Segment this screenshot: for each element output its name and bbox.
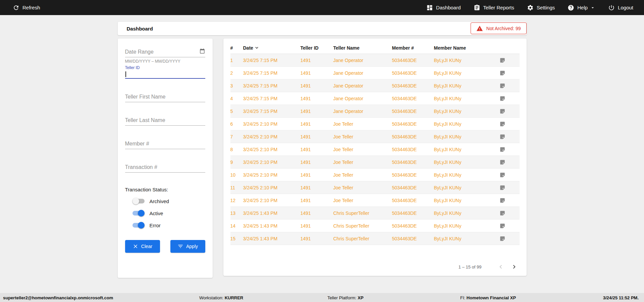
- note-icon[interactable]: [499, 70, 505, 76]
- member-name-cell: ByLyJI KUNy: [434, 147, 499, 152]
- table-row[interactable]: 10 3/24/25 2:10 PM 1491 Joe Teller 50344…: [230, 169, 520, 181]
- note-icon[interactable]: [499, 83, 505, 89]
- table-row[interactable]: 11 3/24/25 2:10 PM 1491 Joe Teller 50344…: [230, 181, 520, 194]
- status-toggle[interactable]: Error: [132, 221, 205, 229]
- table-row[interactable]: 4 3/24/25 7:15 PM 1491 Jane Operator 503…: [230, 92, 520, 105]
- current-datetime: 3/24/25 11:52 PM.: [603, 295, 639, 300]
- table-row[interactable]: 9 3/24/25 2:10 PM 1491 Joe Teller 503446…: [230, 156, 520, 169]
- nav-teller-reports[interactable]: Teller Reports: [474, 4, 515, 11]
- note-icon[interactable]: [499, 134, 505, 140]
- note-icon[interactable]: [499, 96, 505, 102]
- teller-id-cell: 1491: [301, 223, 333, 229]
- nav-dashboard[interactable]: Dashboard: [426, 4, 461, 11]
- toggle-switch[interactable]: [132, 223, 145, 228]
- col-member-num[interactable]: Member #: [392, 45, 434, 51]
- note-icon[interactable]: [499, 185, 505, 191]
- note-icon[interactable]: [499, 108, 505, 114]
- table-row[interactable]: 14 3/24/25 1:43 PM 1491 Chris SuperTelle…: [230, 220, 520, 232]
- member-name-cell: ByLyJI KUNy: [434, 134, 499, 139]
- teller-name-cell: Joe Teller: [333, 198, 392, 203]
- row-number-cell: 11: [230, 185, 243, 190]
- table-row[interactable]: 7 3/24/25 2:10 PM 1491 Joe Teller 503446…: [230, 130, 520, 143]
- note-icon[interactable]: [499, 172, 505, 178]
- teller-platform-info: Teller Platform: XP: [327, 295, 364, 300]
- not-archived-badge[interactable]: Not Archived: 99: [471, 22, 527, 34]
- table-row[interactable]: 8 3/24/25 2:10 PM 1491 Joe Teller 503446…: [230, 143, 520, 156]
- table-row[interactable]: 12 3/24/25 2:10 PM 1491 Joe Teller 50344…: [230, 194, 520, 207]
- note-icon[interactable]: [499, 159, 505, 165]
- member-number-input[interactable]: [125, 139, 205, 149]
- table-row[interactable]: 2 3/24/25 7:15 PM 1491 Jane Operator 503…: [230, 67, 520, 79]
- note-icon[interactable]: [499, 210, 505, 216]
- toggle-group: Archived Active Error: [125, 197, 205, 229]
- note-icon[interactable]: [499, 57, 505, 63]
- table-row[interactable]: 6 3/24/25 2:10 PM 1491 Joe Teller 503446…: [230, 118, 520, 130]
- note-icon[interactable]: [499, 197, 505, 203]
- note-icon[interactable]: [499, 236, 505, 242]
- table-row[interactable]: 15 3/24/25 1:43 PM 1491 Chris SuperTelle…: [230, 232, 520, 245]
- note-icon[interactable]: [499, 223, 505, 229]
- date-cell: 3/24/25 7:15 PM: [243, 70, 301, 76]
- teller-last-name-input[interactable]: [125, 116, 205, 126]
- nav-logout[interactable]: Logout: [608, 4, 633, 11]
- teller-name-cell: Joe Teller: [333, 121, 392, 127]
- col-teller-name[interactable]: Teller Name: [333, 45, 392, 51]
- member-number-cell: 5034463DE: [392, 58, 434, 63]
- table-row[interactable]: 3 3/24/25 7:15 PM 1491 Jane Operator 503…: [230, 79, 520, 92]
- table-header: # Date Teller ID Teller Name Member # Me…: [230, 42, 520, 54]
- page-title: Dashboard: [127, 26, 153, 32]
- teller-first-name-input[interactable]: [125, 92, 205, 102]
- logout-icon: [608, 4, 615, 11]
- member-name-cell: ByLyJI KUNy: [434, 160, 499, 165]
- refresh-icon: [13, 4, 19, 11]
- row-number-cell: 10: [230, 172, 243, 178]
- member-number-cell: 5034463DE: [392, 96, 434, 101]
- table-row[interactable]: 5 3/24/25 7:15 PM 1491 Jane Operator 503…: [230, 105, 520, 118]
- toggle-switch[interactable]: [132, 211, 145, 216]
- nav-help[interactable]: Help: [568, 4, 595, 11]
- calendar-icon[interactable]: [199, 48, 205, 54]
- col-num[interactable]: #: [230, 45, 243, 51]
- teller-id-cell: 1491: [301, 58, 333, 63]
- warning-icon: [476, 25, 483, 32]
- status-toggle[interactable]: Archived: [132, 197, 205, 205]
- row-number-cell: 13: [230, 210, 243, 216]
- help-icon: [568, 4, 574, 11]
- table-row[interactable]: 1 3/24/25 7:15 PM 1491 Jane Operator 503…: [230, 54, 520, 67]
- note-icon[interactable]: [499, 146, 505, 153]
- date-range-input[interactable]: [125, 47, 205, 57]
- member-name-cell: ByLyJI KUNy: [434, 172, 499, 178]
- logged-in-user: superteller2@hometownfinancialxp.onmicro…: [3, 295, 113, 300]
- teller-id-input[interactable]: [125, 70, 205, 79]
- teller-name-cell: Joe Teller: [333, 147, 392, 152]
- row-number-cell: 7: [230, 134, 243, 139]
- nav-teller-reports-label: Teller Reports: [483, 5, 515, 10]
- col-date-sort[interactable]: Date: [243, 45, 301, 51]
- teller-name-cell: Joe Teller: [333, 134, 392, 139]
- prev-page-button[interactable]: [496, 262, 505, 271]
- teller-id-cell: 1491: [301, 83, 333, 88]
- note-cell: [499, 146, 520, 153]
- toggle-switch[interactable]: [132, 199, 145, 203]
- teller-id-label: Teller ID: [125, 65, 205, 70]
- member-name-cell: ByLyJI KUNy: [434, 198, 499, 203]
- note-icon[interactable]: [499, 121, 505, 127]
- row-number-cell: 3: [230, 83, 243, 88]
- clear-button[interactable]: Clear: [125, 240, 160, 253]
- next-page-button[interactable]: [510, 262, 519, 271]
- date-cell: 3/24/25 7:15 PM: [243, 109, 301, 114]
- table-row[interactable]: 13 3/24/25 1:43 PM 1491 Chris SuperTelle…: [230, 207, 520, 220]
- chevron-down-icon: [590, 5, 595, 10]
- row-number-cell: 4: [230, 96, 243, 101]
- member-name-cell: ByLyJI KUNy: [434, 109, 499, 114]
- transaction-number-input[interactable]: [125, 163, 205, 173]
- nav-settings-label: Settings: [537, 5, 555, 10]
- apply-button[interactable]: Apply: [170, 240, 205, 253]
- row-number-cell: 2: [230, 70, 243, 76]
- status-toggle[interactable]: Active: [132, 209, 205, 217]
- refresh-button[interactable]: Refresh: [13, 4, 40, 11]
- col-member-name[interactable]: Member Name: [434, 45, 499, 51]
- member-number-cell: 5034463DE: [392, 236, 434, 241]
- col-teller-id[interactable]: Teller ID: [301, 45, 333, 51]
- nav-settings[interactable]: Settings: [527, 4, 555, 11]
